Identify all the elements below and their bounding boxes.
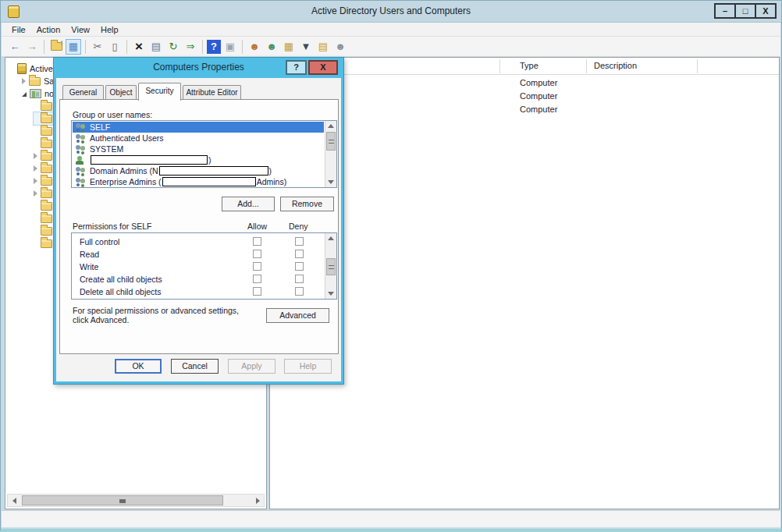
group-item-label-suffix: Admins) bbox=[257, 177, 287, 186]
column-header-type[interactable]: Type bbox=[520, 61, 539, 70]
title-bar: Active Directory Users and Computers – □… bbox=[1, 1, 781, 23]
delegate-icon[interactable]: ☻ bbox=[332, 39, 348, 55]
address-book-icon[interactable]: ▤ bbox=[315, 39, 331, 55]
tree-item[interactable] bbox=[34, 212, 55, 225]
group-list-item-self[interactable]: SELF bbox=[73, 122, 324, 133]
menu-bar: FileActionViewHelp bbox=[2, 23, 780, 37]
allow-checkbox[interactable] bbox=[253, 275, 261, 283]
menu-action[interactable]: Action bbox=[31, 24, 66, 35]
expand-arrow-icon[interactable] bbox=[22, 78, 26, 84]
tab-general[interactable]: General bbox=[62, 85, 104, 100]
ok-button[interactable]: OK bbox=[115, 359, 162, 374]
group-list-item-enterprise-admins[interactable]: Enterprise Admins (Admins) bbox=[73, 176, 324, 187]
tree-item[interactable] bbox=[34, 200, 55, 212]
expand-arrow-icon[interactable] bbox=[34, 178, 37, 184]
group-list-scrollbar[interactable] bbox=[325, 121, 336, 187]
scroll-down-button[interactable] bbox=[325, 289, 336, 299]
permissions-scrollbar[interactable] bbox=[325, 233, 336, 299]
properties-icon[interactable]: ▤ bbox=[148, 39, 164, 55]
console-window-icon[interactable]: ▣ bbox=[222, 39, 238, 55]
expand-arrow-icon[interactable] bbox=[22, 92, 27, 97]
column-header-description[interactable]: Description bbox=[594, 61, 637, 70]
cut-icon[interactable]: ✂ bbox=[90, 39, 105, 55]
group-list-item-authenticated-users[interactable]: Authenticated Users bbox=[73, 133, 324, 144]
add-button[interactable]: Add... bbox=[222, 197, 275, 211]
scroll-up-button[interactable] bbox=[325, 233, 336, 243]
tree-item[interactable] bbox=[34, 187, 55, 200]
filter-icon[interactable]: ▼ bbox=[298, 39, 314, 55]
forward-icon[interactable]: → bbox=[24, 39, 40, 55]
delete-icon[interactable]: × bbox=[131, 39, 147, 55]
group-item-label: Domain Admins (N bbox=[90, 166, 158, 176]
list-row-type-cell[interactable]: Computer bbox=[520, 91, 557, 101]
deny-checkbox[interactable] bbox=[295, 287, 304, 296]
tree-item[interactable] bbox=[34, 125, 55, 137]
menu-help[interactable]: Help bbox=[95, 24, 124, 35]
scroll-thumb[interactable] bbox=[326, 258, 336, 275]
scroll-thumb[interactable] bbox=[22, 495, 223, 505]
tree-item[interactable] bbox=[34, 225, 55, 237]
help-button[interactable]: Help bbox=[284, 359, 332, 374]
help-icon[interactable]: ? bbox=[207, 40, 221, 54]
tree-item[interactable] bbox=[34, 112, 55, 125]
scroll-thumb[interactable] bbox=[326, 132, 336, 151]
apply-button[interactable]: Apply bbox=[228, 359, 275, 374]
advanced-button[interactable]: Advanced bbox=[266, 308, 329, 323]
tab-attribute-editor[interactable]: Attribute Editor bbox=[183, 85, 241, 100]
tree-item[interactable] bbox=[34, 100, 55, 112]
minimize-button[interactable]: – bbox=[714, 3, 736, 19]
group-list-item[interactable]: ) bbox=[73, 154, 324, 165]
expand-arrow-icon[interactable] bbox=[34, 165, 37, 172]
scroll-up-button[interactable] bbox=[325, 121, 336, 131]
tree-item[interactable] bbox=[34, 175, 55, 187]
show-hide-console-tree-icon[interactable]: ▦ bbox=[66, 39, 81, 55]
group-item-label: SELF bbox=[90, 122, 110, 132]
permission-row-delete-all-child-objects: Delete all child objects bbox=[73, 286, 324, 298]
folder-icon bbox=[41, 177, 52, 186]
scroll-left-button[interactable] bbox=[8, 495, 20, 506]
allow-checkbox[interactable] bbox=[253, 287, 261, 296]
allow-checkbox[interactable] bbox=[253, 250, 261, 258]
redaction-box bbox=[91, 155, 208, 165]
group-list-item-system[interactable]: SYSTEM bbox=[73, 144, 324, 154]
deny-checkbox[interactable] bbox=[295, 262, 304, 271]
allow-checkbox[interactable] bbox=[253, 237, 261, 246]
menu-view[interactable]: View bbox=[66, 24, 95, 35]
expand-arrow-icon[interactable] bbox=[34, 153, 37, 159]
back-icon[interactable]: ← bbox=[7, 39, 23, 55]
tab-security[interactable]: Security bbox=[138, 83, 181, 101]
dialog-close-button[interactable]: X bbox=[308, 60, 338, 75]
close-button[interactable]: X bbox=[755, 3, 777, 19]
tree-item[interactable] bbox=[34, 150, 55, 162]
maximize-button[interactable]: □ bbox=[734, 3, 756, 19]
tree-item[interactable] bbox=[34, 162, 55, 175]
new-group-icon[interactable]: ☻ bbox=[264, 39, 279, 55]
folder-icon bbox=[41, 127, 52, 136]
list-row-type-cell[interactable]: Computer bbox=[520, 78, 557, 87]
tree-item-active[interactable]: Active bbox=[10, 62, 53, 75]
expand-arrow-icon[interactable] bbox=[34, 190, 37, 197]
tree-horizontal-scrollbar[interactable] bbox=[7, 494, 265, 507]
refresh-icon[interactable]: ↻ bbox=[165, 39, 181, 55]
cancel-button[interactable]: Cancel bbox=[171, 359, 219, 374]
up-one-level-icon[interactable]: ↑ bbox=[48, 39, 64, 55]
deny-checkbox[interactable] bbox=[295, 237, 304, 246]
remove-button[interactable]: Remove bbox=[280, 197, 334, 211]
menu-file[interactable]: File bbox=[6, 24, 31, 35]
paste-icon[interactable]: ▯ bbox=[107, 39, 123, 55]
tree-item[interactable] bbox=[34, 237, 55, 250]
tree-item[interactable] bbox=[34, 137, 55, 150]
scroll-down-button[interactable] bbox=[325, 177, 336, 187]
new-user-icon[interactable]: ☻ bbox=[247, 39, 262, 55]
group-list-item-domain-admins-n[interactable]: Domain Admins (N) bbox=[73, 165, 324, 176]
scroll-right-button[interactable] bbox=[251, 495, 264, 506]
deny-checkbox[interactable] bbox=[295, 275, 304, 283]
allow-checkbox[interactable] bbox=[253, 262, 261, 271]
window-title: Active Directory Users and Computers bbox=[1, 5, 781, 16]
tab-object[interactable]: Object bbox=[105, 85, 137, 100]
new-ou-icon[interactable]: ▦ bbox=[281, 39, 297, 55]
export-list-icon[interactable]: ⇒ bbox=[183, 39, 198, 55]
dialog-help-button[interactable]: ? bbox=[286, 60, 307, 75]
list-row-type-cell[interactable]: Computer bbox=[520, 105, 557, 114]
deny-checkbox[interactable] bbox=[295, 250, 304, 258]
